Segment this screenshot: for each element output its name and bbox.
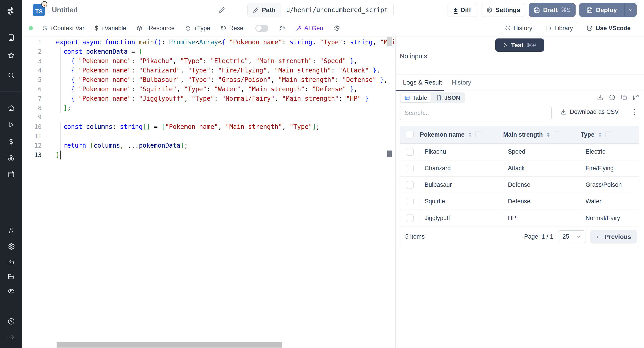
diff-button[interactable]: ± Diff bbox=[447, 3, 478, 17]
info-icon[interactable] bbox=[609, 94, 616, 101]
column-toggle[interactable] bbox=[554, 131, 560, 138]
deploy-dropdown-chevron-icon[interactable] bbox=[624, 7, 636, 13]
settings-gear-icon[interactable] bbox=[8, 243, 15, 250]
expand-sidebar-arrow-icon[interactable] bbox=[8, 333, 15, 341]
column-toggle[interactable] bbox=[605, 131, 612, 138]
table-cell: Jigglypuff bbox=[420, 210, 503, 226]
line-number: 8 bbox=[22, 103, 47, 113]
collaborators-icon[interactable] bbox=[278, 25, 285, 32]
add-variable-button[interactable]: $ +Variable bbox=[94, 24, 126, 32]
table-cell: Speed bbox=[503, 144, 581, 160]
code-line[interactable] bbox=[56, 113, 395, 122]
column-header-pokemon-name[interactable]: Pokemon name ↕ bbox=[420, 131, 503, 138]
workers-bot-icon[interactable] bbox=[8, 258, 15, 266]
settings-button[interactable]: Settings bbox=[481, 3, 525, 17]
history-button[interactable]: History bbox=[505, 25, 532, 32]
code-line[interactable]: const columns: string[] = ["Pokemon name… bbox=[56, 122, 395, 132]
search-input[interactable] bbox=[400, 106, 552, 120]
code-line[interactable]: const pokemonData = [ bbox=[56, 47, 395, 56]
add-context-var-button[interactable]: $ +Context Var bbox=[43, 24, 84, 32]
code-line[interactable]: ]; bbox=[56, 103, 395, 113]
table-cell: Attack bbox=[503, 160, 581, 177]
test-shortcut: ⌘↵ bbox=[526, 42, 537, 48]
code-line[interactable]: return [columns, ...pokemonData]; bbox=[56, 141, 395, 150]
download-csv-button[interactable]: Download as CSV bbox=[560, 108, 619, 116]
code-line[interactable]: { "Pokemon name": "Squirtle", "Type": "W… bbox=[56, 84, 395, 94]
code-line[interactable]: export async function main(): Promise<Ar… bbox=[56, 38, 395, 47]
table-cell: Fire/Flying bbox=[581, 160, 639, 177]
editor-settings-gear-icon[interactable] bbox=[334, 25, 340, 32]
row-checkbox[interactable] bbox=[406, 198, 414, 205]
schedules-calendar-icon[interactable] bbox=[8, 171, 15, 178]
tab-history[interactable]: History bbox=[452, 74, 471, 90]
library-button[interactable]: Library bbox=[546, 25, 573, 32]
workspace-icon[interactable] bbox=[8, 34, 15, 42]
sort-icon[interactable]: ↕ bbox=[546, 132, 550, 138]
help-icon[interactable] bbox=[8, 318, 15, 325]
view-table-button[interactable]: Table bbox=[400, 93, 431, 102]
code-line[interactable] bbox=[56, 132, 395, 141]
user-icon[interactable] bbox=[8, 226, 15, 234]
resources-boxes-icon[interactable] bbox=[8, 154, 15, 162]
add-type-button[interactable]: +Type bbox=[185, 25, 210, 32]
use-vscode-button[interactable]: Use VScode bbox=[586, 25, 630, 32]
table-row[interactable]: BulbasaurDefenseGrass/Poison bbox=[400, 177, 639, 193]
table-cell: Defense bbox=[503, 193, 581, 210]
search-icon[interactable] bbox=[8, 72, 15, 79]
code-line[interactable]: { "Pokemon name": "Pikachu", "Type": "El… bbox=[56, 56, 395, 66]
download-icon bbox=[560, 109, 567, 115]
table-row[interactable]: JigglypuffHPNormal/Fairy bbox=[400, 210, 639, 226]
test-button[interactable]: Test ⌘↵ bbox=[495, 38, 544, 52]
sort-icon[interactable]: ↕ bbox=[598, 132, 602, 138]
variables-dollar-icon[interactable] bbox=[8, 138, 15, 146]
table-row[interactable]: PikachuSpeedElectric bbox=[400, 144, 639, 160]
sort-icon[interactable]: ↕ bbox=[468, 132, 472, 138]
code-editor[interactable]: 12345678910111213 export async function … bbox=[22, 36, 395, 348]
expand-fullscreen-icon[interactable] bbox=[632, 94, 639, 101]
code-line[interactable]: { "Pokemon name": "Bulbasaur", "Type": "… bbox=[56, 75, 395, 84]
diff-mode-toggle[interactable] bbox=[255, 25, 268, 32]
row-checkbox[interactable] bbox=[406, 181, 414, 189]
ai-gen-button[interactable]: AI Gen bbox=[296, 25, 323, 32]
table-row[interactable]: CharizardAttackFire/Flying bbox=[400, 160, 639, 177]
deploy-button[interactable]: Deploy bbox=[579, 3, 636, 17]
tab-logs-result[interactable]: Logs & Result bbox=[403, 74, 442, 90]
editor-horizontal-scrollbar[interactable] bbox=[56, 342, 282, 348]
copy-to-clipboard-icon[interactable] bbox=[621, 94, 627, 101]
draft-button[interactable]: Draft ⌘S bbox=[528, 3, 576, 17]
path-field[interactable]: Path u/henri/unencumbered_script bbox=[247, 3, 394, 17]
favorites-star-icon[interactable] bbox=[8, 52, 15, 59]
script-emoji-badge bbox=[41, 0, 48, 8]
line-number: 4 bbox=[22, 66, 47, 75]
row-checkbox[interactable] bbox=[406, 164, 414, 172]
code-line[interactable]: } bbox=[56, 150, 395, 160]
edit-title-pencil-icon[interactable] bbox=[218, 7, 225, 14]
reset-button[interactable]: Reset bbox=[220, 25, 245, 32]
home-icon[interactable] bbox=[8, 104, 15, 112]
code-line[interactable]: { "Pokemon name": "Charizard", "Type": "… bbox=[56, 66, 395, 75]
settings-gear-icon bbox=[486, 7, 492, 13]
column-header-main-strength[interactable]: Main strength ↕ bbox=[503, 131, 581, 138]
path-value[interactable]: u/henri/unencumbered_script bbox=[281, 3, 393, 17]
windmill-logo[interactable] bbox=[6, 5, 17, 16]
table-header-row: Pokemon name ↕ Main strength ↕ Type ↕ bbox=[400, 126, 639, 144]
column-toggle[interactable] bbox=[476, 131, 482, 138]
previous-page-button[interactable]: ← Previous bbox=[590, 230, 637, 244]
per-page-select[interactable]: 25 bbox=[558, 230, 586, 243]
code-line[interactable]: { "Pokemon name": "Jigglypuff", "Type": … bbox=[56, 94, 395, 103]
runs-play-icon[interactable] bbox=[8, 121, 15, 128]
download-result-icon[interactable] bbox=[597, 94, 604, 101]
table-row[interactable]: SquirtleDefenseWater bbox=[400, 193, 639, 210]
view-json-button[interactable]: {} JSON bbox=[432, 93, 464, 102]
add-resource-button[interactable]: +Resource bbox=[136, 25, 174, 32]
row-checkbox[interactable] bbox=[406, 214, 414, 222]
column-header-type[interactable]: Type ↕ bbox=[581, 131, 639, 138]
select-all-checkbox[interactable] bbox=[406, 131, 414, 138]
line-number-gutter: 12345678910111213 bbox=[22, 38, 47, 160]
more-options-kebab-icon[interactable]: ⋮ bbox=[631, 108, 638, 116]
folders-icon[interactable] bbox=[8, 273, 15, 280]
audit-eye-icon[interactable] bbox=[8, 288, 15, 295]
code-lines[interactable]: export async function main(): Promise<Ar… bbox=[56, 38, 395, 160]
row-checkbox[interactable] bbox=[406, 148, 414, 156]
editor-vertical-scrollbar[interactable] bbox=[387, 37, 392, 46]
